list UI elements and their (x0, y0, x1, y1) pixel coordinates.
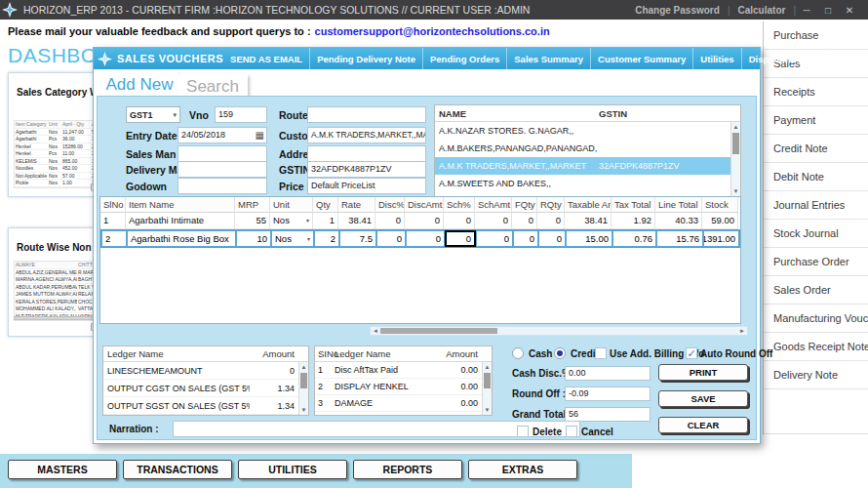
grand-total-field[interactable]: 56 (565, 407, 651, 422)
customer-row[interactable]: A.M.BAKERS,PANANGAD,PANANGAD, (435, 140, 740, 157)
dialog-close-button[interactable]: X (828, 48, 853, 69)
tab-add-new[interactable]: Add New (101, 72, 178, 97)
sidebar-item[interactable]: Goods Receipt Note (764, 333, 868, 361)
ledger-row[interactable]: 2 DISPLAY HENKEL 0.00 (315, 379, 492, 395)
sch-cell-focused[interactable]: 0 (445, 230, 476, 247)
mrp-cell[interactable]: 10 (236, 230, 271, 247)
round-off-field[interactable]: -0.09 (565, 386, 651, 401)
scrollbar-thumb[interactable] (732, 133, 739, 154)
dialog-menu-item[interactable]: Pending Delivery Note (309, 48, 422, 69)
dialog-menu-item[interactable]: Utilities (692, 48, 740, 69)
bottom-nav-button[interactable]: TRANSACTIONS (123, 460, 232, 479)
delivery-man-field[interactable] (178, 161, 267, 178)
ledger-row[interactable]: 4 DISPLAY NOODLES (315, 412, 492, 416)
change-password-link[interactable]: Change Password (627, 5, 728, 16)
address-field[interactable] (307, 145, 426, 162)
scroll-up-icon[interactable]: ▲ (299, 362, 308, 372)
tax-cell[interactable]: 0.76 (612, 230, 656, 247)
sidebar-item[interactable]: Journal Entries (764, 191, 868, 220)
rate-cell[interactable]: 7.5 (339, 230, 376, 247)
ledger-row[interactable]: OUTPUT CGST ON SALES (GST 5%) 1.34 (103, 380, 308, 397)
cash-disc-field[interactable]: 0.00 (565, 366, 651, 381)
use-add-billing-checkbox[interactable] (595, 347, 607, 359)
scroll-up-icon[interactable]: ▲ (731, 122, 740, 132)
unit-select[interactable]: Nos▾ (270, 213, 313, 229)
minimize-icon[interactable]: ─ (796, 5, 817, 16)
bottom-nav-button[interactable]: UTILITIES (238, 460, 347, 479)
vno-field[interactable]: 159 (215, 106, 267, 123)
customer-row[interactable]: A.M.SWEETS AND BAKES,, (435, 175, 740, 192)
ledger-row[interactable]: LINESCHEMEAMOUNT 0 (103, 362, 308, 380)
sidebar-item[interactable]: Payment (764, 106, 868, 135)
maximize-icon[interactable]: □ (817, 5, 839, 16)
qty-cell[interactable]: 2 (314, 230, 339, 247)
clear-button[interactable]: CLEAR (658, 417, 748, 433)
disc-cell[interactable]: 0 (376, 230, 406, 247)
customer-list-scrollbar[interactable]: ▲ ▼ (730, 122, 740, 196)
scroll-down-icon[interactable]: ▼ (299, 405, 308, 415)
discamt-cell[interactable]: 0 (406, 230, 445, 247)
save-button[interactable]: SAVE (658, 390, 748, 407)
item-row[interactable]: 1 Agarbathi Intimate 55 Nos▾ 1 38.41 0 0… (100, 213, 740, 229)
bottom-nav-button[interactable]: EXTRAS (468, 460, 577, 479)
sidebar-item[interactable]: Stock Journal (764, 220, 868, 248)
sidebar-item[interactable]: Sales Order (764, 276, 868, 305)
sales-man-field[interactable] (178, 145, 267, 162)
dialog-menu-item[interactable]: Pending Orders (422, 48, 506, 69)
ledger2-scrollbar[interactable]: ▲ ▼ (482, 362, 492, 415)
scroll-up-icon[interactable]: ▲ (483, 362, 492, 372)
bottom-nav-button[interactable]: REPORTS (353, 460, 462, 479)
rqty-cell[interactable]: 0 (538, 230, 566, 247)
dialog-menu-item[interactable]: Customer Summary (590, 48, 692, 69)
auto-round-off-checkbox-checked[interactable]: ✓ (686, 347, 697, 359)
cancel-checkbox[interactable] (566, 426, 577, 437)
taxable-cell[interactable]: 15.00 (566, 230, 612, 247)
credit-radio-selected[interactable] (554, 347, 566, 359)
schamt-cell[interactable]: 0 (476, 230, 513, 247)
scroll-down-icon[interactable]: ▼ (731, 186, 740, 196)
customer-field[interactable]: A.M.K TRADERS,MARKET,,MARKET (307, 127, 426, 143)
calendar-icon[interactable]: ▦ (256, 130, 264, 141)
gstin-field[interactable]: 32AFDPK4887P1ZV (307, 161, 426, 178)
sidebar-item[interactable]: Receipts (764, 78, 868, 106)
line-total-cell[interactable]: 15.76 (656, 230, 703, 247)
fqty-cell[interactable]: 0 (513, 230, 538, 247)
stock-cell[interactable]: 1391.00 (703, 230, 739, 247)
delete-checkbox[interactable] (517, 426, 529, 437)
customer-row[interactable]: A.K.NAZAR STORES. G.NAGAR,, (435, 122, 740, 140)
horizontal-scrollbar[interactable] (14, 316, 96, 320)
customer-row-selected[interactable]: A.M.K TRADERS,MARKET,,MARKET 32AFDPK4887… (435, 157, 740, 175)
support-email-link[interactable]: customersupport@horizontechsolutions.co.… (315, 25, 550, 37)
dialog-menu-item[interactable]: Dispatch Details (741, 48, 828, 69)
scroll-down-icon[interactable]: ▼ (483, 405, 492, 415)
ledger-row[interactable]: 3 DAMAGE 0.00 (315, 395, 492, 412)
sidebar-item[interactable]: Purchase Order (764, 248, 868, 276)
ledger1-scrollbar[interactable]: ▲ ▼ (298, 362, 308, 415)
sidebar-item[interactable]: Purchase (764, 21, 868, 50)
godown-field[interactable] (178, 178, 267, 194)
scrollbar-thumb[interactable] (484, 373, 491, 388)
cash-radio[interactable] (512, 347, 524, 359)
slno-cell[interactable]: 2 (101, 230, 127, 247)
price-list-field[interactable]: Default PriceList (307, 178, 426, 194)
scrollbar-thumb[interactable] (300, 373, 307, 388)
sidebar-item[interactable]: Credit Note (764, 135, 868, 163)
route-field[interactable] (307, 106, 426, 123)
sidebar-item[interactable]: Delivery Note (764, 361, 868, 389)
close-icon[interactable]: ✕ (839, 5, 860, 16)
dialog-menu-item[interactable]: SEND AS EMAIL (223, 48, 309, 69)
grid-horizontal-scrollbar[interactable]: ◄ ► (370, 326, 748, 336)
sidebar-item[interactable]: Manufacturing Voucher (764, 305, 868, 333)
ledger-row[interactable]: OUTPUT SGST ON SALES (GST 5%) 1.34 (103, 397, 308, 415)
ledger-row[interactable]: 1 Disc AftTax Paid 0.00 (315, 362, 492, 379)
unit-select[interactable]: Nos▾ (271, 230, 314, 247)
calculator-link[interactable]: Calculator (730, 5, 793, 16)
print-button[interactable]: PRINT (658, 364, 748, 381)
item-name-cell[interactable]: Agarbathi Rose Big Box (127, 230, 236, 247)
bottom-nav-button[interactable]: MASTERS (8, 460, 117, 479)
scrollbar-thumb[interactable] (380, 328, 497, 334)
scroll-left-icon[interactable]: ◄ (371, 327, 380, 335)
item-row-editing[interactable]: 2 Agarbathi Rose Big Box 10 Nos▾ 2 7.5 0… (100, 229, 740, 248)
gst-type-select[interactable]: GST1 ▾ (126, 106, 180, 123)
sidebar-item[interactable]: Debit Note (764, 163, 868, 191)
